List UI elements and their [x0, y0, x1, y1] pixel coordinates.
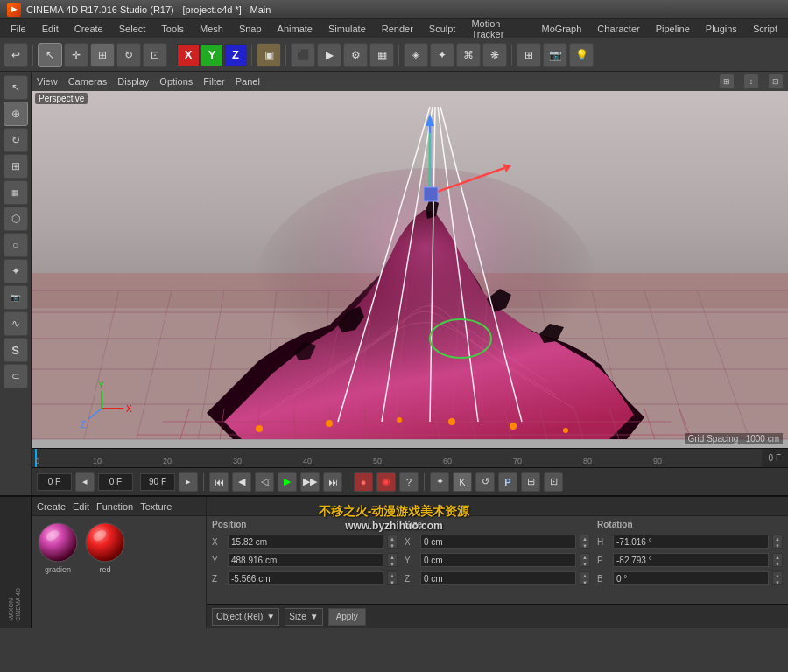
key-btn[interactable]: K — [453, 472, 472, 492]
icon-grid[interactable]: ⊞ — [517, 43, 541, 67]
size-z-spinner[interactable]: ▲ ▼ — [580, 571, 590, 585]
menu-pipeline[interactable]: Pipeline — [649, 22, 697, 36]
tool-light[interactable]: ✦ — [4, 259, 28, 284]
play-btn[interactable]: ▶ — [278, 472, 297, 492]
mat-menu-texture[interactable]: Texture — [140, 501, 172, 512]
tool-move[interactable]: ⊕ — [4, 102, 28, 126]
size-mode-dropdown[interactable]: Size ▼ — [285, 608, 322, 626]
timeline-ruler[interactable]: 0 10 20 30 40 50 60 70 80 90 — [32, 449, 762, 467]
tool-rotate[interactable]: ↻ — [4, 128, 28, 152]
menu-character[interactable]: Character — [590, 22, 646, 36]
vp-menu-filter[interactable]: Filter — [203, 76, 224, 87]
menu-script[interactable]: Script — [746, 22, 784, 36]
menu-sculpt[interactable]: Sculpt — [422, 22, 463, 36]
obj-icon2[interactable]: ✦ — [430, 43, 454, 67]
rot-p-value[interactable]: -82.793 ° — [613, 553, 769, 567]
pos-y-spinner[interactable]: ▲ ▼ — [387, 553, 398, 567]
render-settings[interactable]: ⚙ — [343, 43, 368, 67]
material-item-red[interactable]: red — [84, 522, 126, 574]
next-frame-btn[interactable]: ▸ — [179, 472, 198, 492]
obj-icon4[interactable]: ❋ — [482, 43, 507, 67]
tool-magnet[interactable]: ⊂ — [4, 364, 28, 388]
pos-z-spinner[interactable]: ▲ ▼ — [387, 571, 398, 585]
goto-start-btn[interactable]: ⏮ — [209, 472, 229, 492]
mat-menu-edit[interactable]: Edit — [73, 501, 89, 512]
icon-cam[interactable]: 📷 — [543, 43, 567, 67]
menu-render[interactable]: Render — [375, 22, 420, 36]
z-axis-btn[interactable]: Z — [224, 44, 247, 66]
icon-p[interactable]: P — [498, 472, 517, 492]
menu-create[interactable]: Create — [67, 22, 110, 36]
viewport-scene[interactable]: X Y Z — [32, 72, 788, 448]
vp-icon2[interactable]: ↕ — [744, 74, 758, 88]
apply-button[interactable]: Apply — [328, 608, 366, 626]
size-z-value[interactable]: 0 cm — [420, 571, 576, 585]
tool-checkerboard[interactable]: ▦ — [4, 180, 28, 205]
transform-tool[interactable]: ⊡ — [143, 43, 167, 67]
coord-mode-dropdown[interactable]: Object (Rel) ▼ — [212, 608, 279, 626]
vp-menu-view[interactable]: View — [37, 76, 58, 87]
timeline[interactable]: 0 10 20 30 40 50 60 70 80 90 0 F — [32, 448, 788, 467]
menu-animate[interactable]: Animate — [271, 22, 320, 36]
vp-icon1[interactable]: ⊞ — [720, 74, 734, 88]
help-btn[interactable]: ? — [399, 472, 419, 492]
vp-menu-cameras[interactable]: Cameras — [68, 76, 108, 87]
y-axis-btn[interactable]: Y — [201, 44, 223, 66]
object-btn1[interactable]: ▣ — [257, 43, 281, 67]
size-x-spinner[interactable]: ▲ ▼ — [580, 535, 590, 549]
render-to-picture[interactable]: ▦ — [369, 43, 394, 67]
tool-s[interactable]: S — [4, 338, 28, 362]
undo-button[interactable]: ↩ — [4, 43, 28, 67]
icon-grid2[interactable]: ⊞ — [521, 472, 540, 492]
tool-cube[interactable]: ⬡ — [4, 206, 28, 231]
obj-icon3[interactable]: ⌘ — [456, 43, 481, 67]
x-axis-btn[interactable]: X — [177, 44, 200, 66]
end-frame-field[interactable]: 90 F — [140, 473, 175, 491]
icon-extra[interactable]: ⊡ — [544, 472, 563, 492]
vp-menu-panel[interactable]: Panel — [236, 76, 260, 87]
icon-light[interactable]: 💡 — [569, 43, 594, 67]
rot-h-value[interactable]: -71.016 ° — [613, 535, 769, 549]
rot-p-spinner[interactable]: ▲ ▼ — [772, 553, 783, 567]
menu-simulate[interactable]: Simulate — [321, 22, 373, 36]
goto-end-btn[interactable]: ⏭ — [323, 472, 342, 492]
pos-y-value[interactable]: 488.916 cm — [228, 553, 383, 567]
snap-btn[interactable]: ✦ — [430, 472, 449, 492]
mat-menu-function[interactable]: Function — [96, 501, 133, 512]
rotate-tool[interactable]: ↻ — [116, 43, 141, 67]
prev-keyframe-btn[interactable]: ◀ — [232, 472, 251, 492]
menu-edit[interactable]: Edit — [35, 22, 66, 36]
vp-icon3[interactable]: ⊡ — [769, 74, 783, 88]
menu-file[interactable]: File — [4, 22, 33, 36]
tool-sphere[interactable]: ○ — [4, 233, 28, 257]
vp-menu-options[interactable]: Options — [159, 76, 193, 87]
spin-up[interactable]: ▲ — [388, 536, 397, 542]
loop-btn[interactable]: ↺ — [475, 472, 495, 492]
viewport[interactable]: View Cameras Display Options Filter Pane… — [32, 72, 788, 448]
material-item-gradient[interactable]: gradien — [37, 522, 79, 574]
record-obj-btn[interactable]: ◉ — [376, 472, 396, 492]
menu-plugins[interactable]: Plugins — [699, 22, 744, 36]
menu-select[interactable]: Select — [112, 22, 153, 36]
menu-mograph[interactable]: MoGraph — [535, 22, 589, 36]
rot-b-value[interactable]: 0 ° — [613, 571, 769, 585]
obj-icon1[interactable]: ◈ — [404, 43, 428, 67]
size-y-spinner[interactable]: ▲ ▼ — [580, 553, 590, 567]
tool-spline[interactable]: ∿ — [4, 312, 28, 336]
vp-menu-display[interactable]: Display — [117, 76, 149, 87]
tool-pointer[interactable]: ↖ — [4, 75, 28, 100]
menu-mesh[interactable]: Mesh — [193, 22, 230, 36]
rot-h-spinner[interactable]: ▲ ▼ — [772, 535, 783, 549]
play-back-btn[interactable]: ◁ — [255, 472, 274, 492]
scale-tool[interactable]: ⊞ — [90, 43, 115, 67]
render-region[interactable]: ⬛ — [291, 43, 315, 67]
size-x-value[interactable]: 0 cm — [420, 535, 576, 549]
select-tool[interactable]: ↖ — [38, 43, 62, 67]
next-keyframe-btn[interactable]: ▶▶ — [300, 472, 320, 492]
spin-down[interactable]: ▼ — [388, 542, 397, 550]
tool-camera[interactable]: 📷 — [4, 285, 28, 310]
rot-b-spinner[interactable]: ▲ ▼ — [772, 571, 783, 585]
prev-frame-btn[interactable]: ◂ — [75, 472, 95, 492]
pos-z-value[interactable]: -5.566 cm — [228, 571, 383, 585]
move-tool[interactable]: ✛ — [64, 43, 88, 67]
